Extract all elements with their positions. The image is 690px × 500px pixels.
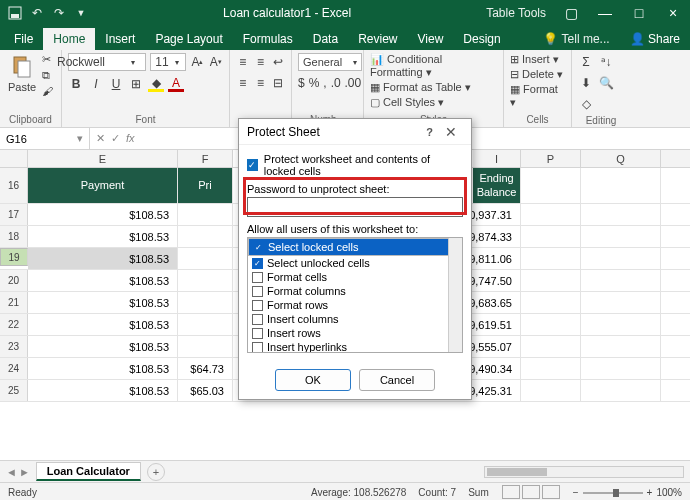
- sheet-nav-prev-icon[interactable]: ◄: [6, 466, 17, 478]
- cell-payment[interactable]: $108.53: [28, 380, 178, 401]
- cell-ending[interactable]: 9,811.06: [473, 248, 521, 269]
- cut-icon[interactable]: ✂: [42, 53, 53, 66]
- qat-dropdown-icon[interactable]: ▼: [74, 6, 88, 20]
- cell-payment[interactable]: $108.53: [28, 270, 178, 291]
- currency-icon[interactable]: $: [298, 75, 305, 91]
- minimize-icon[interactable]: —: [588, 5, 622, 21]
- cell-principal[interactable]: [178, 226, 233, 247]
- cell-principal[interactable]: [178, 204, 233, 225]
- delete-cells-button[interactable]: ⊟ Delete ▾: [510, 68, 565, 81]
- autosum-icon[interactable]: Σ: [578, 54, 594, 70]
- tab-home[interactable]: Home: [43, 28, 95, 50]
- cell-ending[interactable]: 0,937.31: [473, 204, 521, 225]
- font-size-select[interactable]: 11▾: [150, 53, 186, 71]
- zoom-in-icon[interactable]: +: [647, 487, 653, 498]
- listbox-scrollbar[interactable]: [448, 238, 462, 352]
- cell-payment[interactable]: $108.53: [28, 336, 178, 357]
- cell-payment[interactable]: $108.53: [28, 204, 178, 225]
- row-header[interactable]: 23: [0, 336, 28, 357]
- row-header[interactable]: 18: [0, 226, 28, 247]
- align-middle-icon[interactable]: ≡: [254, 54, 268, 70]
- increase-decimal-icon[interactable]: .0: [331, 75, 341, 91]
- fill-color-icon[interactable]: ◆: [148, 76, 164, 92]
- cell-payment[interactable]: $108.53: [28, 248, 178, 269]
- cell-payment[interactable]: $108.53: [28, 314, 178, 335]
- insert-cells-button[interactable]: ⊞ Insert ▾: [510, 53, 565, 66]
- fx-enter-icon[interactable]: ✓: [111, 132, 120, 145]
- cell-ending[interactable]: 9,683.65: [473, 292, 521, 313]
- allow-listbox[interactable]: ✓Select locked cells✓Select unlocked cel…: [247, 237, 463, 353]
- maximize-icon[interactable]: □: [622, 5, 656, 21]
- border-icon[interactable]: ⊞: [128, 76, 144, 92]
- cell-principal[interactable]: [178, 336, 233, 357]
- allow-option[interactable]: Format cells: [248, 270, 462, 284]
- tab-insert[interactable]: Insert: [95, 28, 145, 50]
- bold-icon[interactable]: B: [68, 76, 84, 92]
- row-header[interactable]: 19: [0, 248, 28, 266]
- zoom-out-icon[interactable]: −: [573, 487, 579, 498]
- format-as-table-button[interactable]: ▦ Format as Table ▾: [370, 81, 497, 94]
- align-left-icon[interactable]: ≡: [236, 75, 250, 91]
- cell-styles-button[interactable]: ▢ Cell Styles ▾: [370, 96, 497, 109]
- ok-button[interactable]: OK: [275, 369, 351, 391]
- allow-option[interactable]: Format rows: [248, 298, 462, 312]
- tab-data[interactable]: Data: [303, 28, 348, 50]
- cell-principal[interactable]: [178, 292, 233, 313]
- close-icon[interactable]: ×: [656, 5, 690, 21]
- percent-icon[interactable]: %: [309, 75, 320, 91]
- redo-icon[interactable]: ↷: [52, 6, 66, 20]
- cell-ending[interactable]: $9,490.34: [473, 358, 521, 379]
- undo-icon[interactable]: ↶: [30, 6, 44, 20]
- sort-filter-icon[interactable]: ᵃ↓: [598, 54, 614, 70]
- fill-icon[interactable]: ⬇: [578, 75, 594, 91]
- col-header-f[interactable]: F: [178, 150, 233, 167]
- zoom-slider[interactable]: [583, 492, 643, 494]
- row-header[interactable]: 17: [0, 204, 28, 225]
- number-format-select[interactable]: General▾: [298, 53, 362, 71]
- paste-button[interactable]: Paste: [6, 53, 38, 95]
- format-cells-button[interactable]: ▦ Format ▾: [510, 83, 565, 109]
- cancel-button[interactable]: Cancel: [359, 369, 435, 391]
- tab-file[interactable]: File: [4, 28, 43, 50]
- find-icon[interactable]: 🔍: [598, 75, 614, 91]
- password-input[interactable]: [247, 197, 463, 217]
- align-center-icon[interactable]: ≡: [254, 75, 268, 91]
- fx-cancel-icon[interactable]: ✕: [96, 132, 105, 145]
- cell-ending[interactable]: $9,425.31: [473, 380, 521, 401]
- view-buttons[interactable]: [501, 485, 561, 501]
- cell-ending[interactable]: 9,619.51: [473, 314, 521, 335]
- tab-view[interactable]: View: [408, 28, 454, 50]
- allow-option[interactable]: Insert hyperlinks: [248, 340, 462, 353]
- align-top-icon[interactable]: ≡: [236, 54, 250, 70]
- col-header-i[interactable]: I: [473, 150, 521, 167]
- row-header[interactable]: 20: [0, 270, 28, 291]
- merge-icon[interactable]: ⊟: [271, 75, 285, 91]
- cell-principal[interactable]: [178, 248, 233, 269]
- italic-icon[interactable]: I: [88, 76, 104, 92]
- decrease-decimal-icon[interactable]: .00: [345, 75, 361, 91]
- clear-icon[interactable]: ◇: [578, 96, 594, 112]
- comma-icon[interactable]: ,: [323, 75, 326, 91]
- cell-payment[interactable]: $108.53: [28, 358, 178, 379]
- allow-option[interactable]: Insert rows: [248, 326, 462, 340]
- allow-option[interactable]: Insert columns: [248, 312, 462, 326]
- ribbon-options-icon[interactable]: ▢: [554, 5, 588, 21]
- underline-icon[interactable]: U: [108, 76, 124, 92]
- cell-ending[interactable]: 9,747.50: [473, 270, 521, 291]
- zoom-control[interactable]: − + 100%: [573, 487, 682, 498]
- row-header[interactable]: 16: [0, 168, 28, 203]
- dialog-help-icon[interactable]: ?: [420, 126, 439, 138]
- dialog-titlebar[interactable]: Protect Sheet ? ✕: [239, 119, 471, 145]
- col-header-p[interactable]: P: [521, 150, 581, 167]
- format-painter-icon[interactable]: 🖌: [42, 85, 53, 97]
- increase-font-icon[interactable]: A▴: [190, 54, 204, 70]
- cell-ending[interactable]: 9,555.07: [473, 336, 521, 357]
- protect-contents-checkbox[interactable]: ✓ Protect worksheet and contents of lock…: [247, 153, 463, 177]
- sheet-tab-loan-calculator[interactable]: Loan Calculator: [36, 462, 141, 481]
- share-button[interactable]: 👤 Share: [620, 28, 690, 50]
- tab-review[interactable]: Review: [348, 28, 407, 50]
- fx-icon[interactable]: fx: [126, 132, 135, 145]
- copy-icon[interactable]: ⧉: [42, 69, 53, 82]
- tab-design[interactable]: Design: [453, 28, 510, 50]
- cell-principal[interactable]: $64.73: [178, 358, 233, 379]
